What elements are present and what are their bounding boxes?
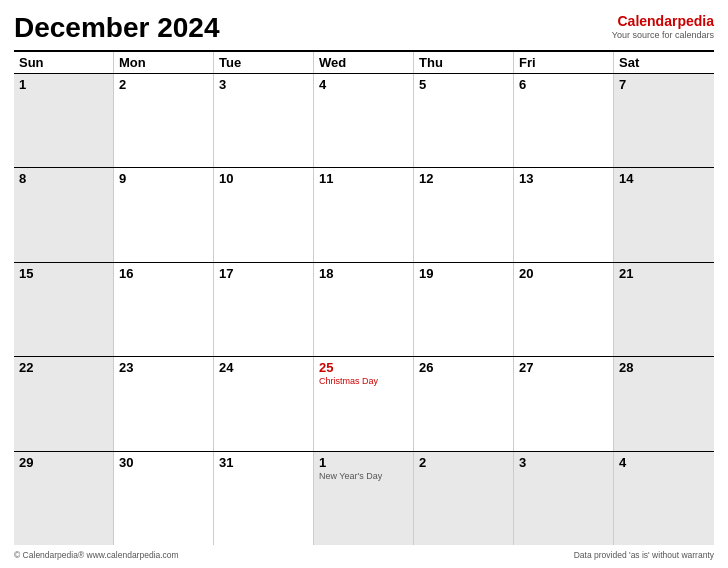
day-cell: 22 bbox=[14, 357, 114, 450]
day-number: 8 bbox=[19, 171, 108, 186]
weeks-container: 1234567891011121314151617181920212223242… bbox=[14, 74, 714, 545]
day-cell: 28 bbox=[614, 357, 714, 450]
day-number: 14 bbox=[619, 171, 709, 186]
day-number: 19 bbox=[419, 266, 508, 281]
day-cell: 10 bbox=[214, 168, 314, 261]
day-number: 12 bbox=[419, 171, 508, 186]
day-cell: 25Christmas Day bbox=[314, 357, 414, 450]
brand-tagline: Your source for calendars bbox=[612, 30, 714, 42]
day-number: 27 bbox=[519, 360, 608, 375]
day-cell: 7 bbox=[614, 74, 714, 167]
day-header-tue: Tue bbox=[214, 52, 314, 73]
day-number: 30 bbox=[119, 455, 208, 470]
brand: Calendarpedia Your source for calendars bbox=[612, 12, 714, 42]
week-row-5: 2930311New Year's Day234 bbox=[14, 452, 714, 545]
day-cell: 4 bbox=[614, 452, 714, 545]
day-cell: 11 bbox=[314, 168, 414, 261]
day-number: 31 bbox=[219, 455, 308, 470]
day-cell: 15 bbox=[14, 263, 114, 356]
day-cell: 3 bbox=[514, 452, 614, 545]
day-cell: 16 bbox=[114, 263, 214, 356]
day-number: 15 bbox=[19, 266, 108, 281]
day-cell: 21 bbox=[614, 263, 714, 356]
day-number: 2 bbox=[419, 455, 508, 470]
day-cell: 9 bbox=[114, 168, 214, 261]
day-number: 1 bbox=[19, 77, 108, 92]
day-number: 4 bbox=[319, 77, 408, 92]
day-header-fri: Fri bbox=[514, 52, 614, 73]
day-cell: 29 bbox=[14, 452, 114, 545]
day-header-thu: Thu bbox=[414, 52, 514, 73]
day-number: 25 bbox=[319, 360, 408, 375]
day-header-sun: Sun bbox=[14, 52, 114, 73]
calendar-page: December 2024 Calendarpedia Your source … bbox=[0, 0, 728, 568]
day-number: 23 bbox=[119, 360, 208, 375]
day-number: 5 bbox=[419, 77, 508, 92]
day-cell: 5 bbox=[414, 74, 514, 167]
week-row-1: 1234567 bbox=[14, 74, 714, 168]
day-cell: 13 bbox=[514, 168, 614, 261]
day-number: 29 bbox=[19, 455, 108, 470]
day-cell: 3 bbox=[214, 74, 314, 167]
day-cell: 19 bbox=[414, 263, 514, 356]
day-cell: 4 bbox=[314, 74, 414, 167]
day-header-mon: Mon bbox=[114, 52, 214, 73]
day-number: 20 bbox=[519, 266, 608, 281]
day-cell: 2 bbox=[114, 74, 214, 167]
day-cell: 1 bbox=[14, 74, 114, 167]
brand-name: Calendarpedia bbox=[612, 12, 714, 30]
day-cell: 31 bbox=[214, 452, 314, 545]
day-cell: 30 bbox=[114, 452, 214, 545]
day-cell: 18 bbox=[314, 263, 414, 356]
day-cell: 6 bbox=[514, 74, 614, 167]
brand-highlight: pedia bbox=[677, 13, 714, 29]
day-number: 3 bbox=[219, 77, 308, 92]
week-row-2: 891011121314 bbox=[14, 168, 714, 262]
holiday-label: New Year's Day bbox=[319, 471, 408, 482]
day-cell: 20 bbox=[514, 263, 614, 356]
day-number: 3 bbox=[519, 455, 608, 470]
header: December 2024 Calendarpedia Your source … bbox=[14, 12, 714, 44]
day-cell: 27 bbox=[514, 357, 614, 450]
day-number: 11 bbox=[319, 171, 408, 186]
day-number: 10 bbox=[219, 171, 308, 186]
day-cell: 2 bbox=[414, 452, 514, 545]
day-number: 7 bbox=[619, 77, 709, 92]
day-number: 26 bbox=[419, 360, 508, 375]
day-cell: 8 bbox=[14, 168, 114, 261]
footer-left: © Calendarpedia® www.calendarpedia.com bbox=[14, 550, 179, 560]
day-cell: 12 bbox=[414, 168, 514, 261]
day-number: 17 bbox=[219, 266, 308, 281]
day-number: 24 bbox=[219, 360, 308, 375]
day-number: 16 bbox=[119, 266, 208, 281]
day-number: 1 bbox=[319, 455, 408, 470]
week-row-3: 15161718192021 bbox=[14, 263, 714, 357]
day-number: 2 bbox=[119, 77, 208, 92]
day-number: 18 bbox=[319, 266, 408, 281]
calendar-grid: SunMonTueWedThuFriSat 123456789101112131… bbox=[14, 50, 714, 545]
day-cell: 17 bbox=[214, 263, 314, 356]
day-number: 22 bbox=[19, 360, 108, 375]
holiday-label: Christmas Day bbox=[319, 376, 408, 387]
day-number: 6 bbox=[519, 77, 608, 92]
footer-right: Data provided 'as is' without warranty bbox=[574, 550, 714, 560]
day-number: 13 bbox=[519, 171, 608, 186]
month-title: December 2024 bbox=[14, 12, 219, 44]
day-headers-row: SunMonTueWedThuFriSat bbox=[14, 52, 714, 74]
day-cell: 23 bbox=[114, 357, 214, 450]
day-cell: 1New Year's Day bbox=[314, 452, 414, 545]
day-cell: 26 bbox=[414, 357, 514, 450]
day-header-sat: Sat bbox=[614, 52, 714, 73]
day-cell: 14 bbox=[614, 168, 714, 261]
footer: © Calendarpedia® www.calendarpedia.com D… bbox=[14, 550, 714, 560]
day-number: 4 bbox=[619, 455, 709, 470]
day-header-wed: Wed bbox=[314, 52, 414, 73]
day-cell: 24 bbox=[214, 357, 314, 450]
day-number: 9 bbox=[119, 171, 208, 186]
week-row-4: 22232425Christmas Day262728 bbox=[14, 357, 714, 451]
day-number: 28 bbox=[619, 360, 709, 375]
day-number: 21 bbox=[619, 266, 709, 281]
